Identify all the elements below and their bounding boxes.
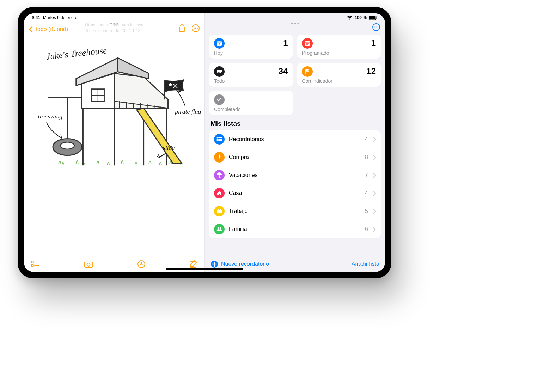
list-count: 6 [365,226,368,232]
treehouse-sketch-icon: Jake's Treehouse tire swing pirate flag … [28,39,201,178]
svg-point-67 [220,227,221,229]
more-button[interactable] [192,24,200,32]
smart-card-flagged[interactable]: 12 Con indicador [297,63,381,87]
svg-point-46 [376,27,377,28]
plus-circle-icon [210,260,218,268]
svg-point-45 [374,27,375,28]
svg-point-53 [306,43,307,44]
svg-point-6 [197,28,198,29]
ellipsis-circle-icon [372,23,380,31]
smart-card-all[interactable]: 34 Todo [209,63,293,87]
svg-point-55 [308,43,309,44]
svg-point-47 [377,27,378,28]
list-icon [216,137,222,141]
multitask-indicator[interactable] [110,23,118,24]
svg-point-29 [60,142,74,149]
svg-rect-65 [217,210,222,213]
calendar-today-icon: 9 [216,41,222,46]
add-list-label: Añadir lista [352,261,379,267]
home-indicator[interactable] [166,268,243,270]
chevron-left-icon [29,26,33,32]
chevron-right-icon [373,209,376,214]
list-label: Compra [229,154,361,160]
smart-label: Completado [214,106,288,112]
chevron-right-icon [373,155,376,160]
share-icon [178,24,185,32]
my-lists-header: Mis listas [210,120,379,128]
smart-count: 12 [366,66,376,76]
more-button[interactable] [372,23,380,32]
checklist-icon [31,261,39,268]
camera-icon [84,261,93,268]
carrot-icon [217,154,222,160]
chevron-right-icon [373,173,376,178]
my-lists-box: Recordatorios 4 Compra 8 [209,130,381,238]
pencil-tip-icon [138,260,145,268]
smart-card-completed[interactable]: Completado [209,91,293,115]
ellipsis-circle-icon [192,24,200,32]
multitask-indicator[interactable] [291,23,299,24]
reminders-content[interactable]: 9 1 Hoy 1 Prog [205,35,385,256]
svg-point-5 [195,28,196,29]
screen: 9:41 Martes 9 de enero 100 % Todo (iClou… [24,13,385,272]
list-item-compra[interactable]: Compra 8 [209,148,381,166]
svg-point-56 [306,44,307,45]
svg-text:Jake's Treehouse: Jake's Treehouse [46,45,108,62]
house-icon [216,190,222,196]
smart-card-scheduled[interactable]: 1 Programado [297,35,381,59]
smart-count: 34 [279,66,288,76]
flag-icon [305,69,310,74]
back-button[interactable]: Todo (iCloud) [29,26,68,32]
status-time: 9:41 [32,15,40,20]
list-label: Vacaciones [229,172,361,178]
tray-icon [216,69,222,74]
battery-icon [369,16,377,20]
checklist-button[interactable] [31,261,39,268]
camera-button[interactable] [84,261,93,268]
reminders-app-pane: 9 1 Hoy 1 Prog [204,13,385,272]
note-drawing-canvas[interactable]: Jake's Treehouse tire swing pirate flag … [24,35,204,256]
share-button[interactable] [178,24,185,32]
status-bar: 9:41 Martes 9 de enero 100 % [24,13,385,22]
umbrella-icon [216,172,222,178]
smart-lists-grid: 9 1 Hoy 1 Prog [209,35,381,115]
back-label: Todo (iCloud) [35,26,68,32]
svg-point-38 [31,264,33,267]
svg-point-57 [307,44,308,45]
list-item-trabajo[interactable]: Trabajo 5 [209,202,381,220]
svg-rect-1 [369,16,376,19]
smart-count: 1 [283,38,288,48]
compose-button[interactable] [190,260,197,268]
smart-card-today[interactable]: 9 1 Hoy [209,35,293,59]
ipad-frame: 9:41 Martes 9 de enero 100 % Todo (iClou… [18,7,391,278]
smart-count: 1 [371,38,376,48]
list-label: Casa [229,190,361,196]
add-list-button[interactable]: Añadir lista [352,261,379,267]
svg-text:9: 9 [219,43,220,46]
markup-button[interactable] [138,260,145,268]
svg-point-41 [87,263,90,266]
svg-text:pirate flag: pirate flag [174,108,201,115]
list-count: 8 [365,154,368,160]
status-date: Martes 9 de enero [43,15,77,20]
list-count: 4 [365,190,368,196]
list-label: Recordatorios [229,136,361,142]
list-item-recordatorios[interactable]: Recordatorios 4 [209,130,381,148]
list-item-casa[interactable]: Casa 4 [209,184,381,202]
svg-point-60 [217,139,218,140]
list-item-vacaciones[interactable]: Vacaciones 7 [209,166,381,184]
svg-point-36 [31,261,33,263]
chevron-right-icon [373,137,376,142]
svg-text:slide: slide [163,144,175,151]
svg-point-58 [217,137,218,139]
new-reminder-button[interactable]: Nuevo recordatorio [210,260,269,268]
people-icon [216,227,222,232]
list-label: Trabajo [229,208,361,214]
smart-label: Programado [302,50,376,56]
svg-point-4 [194,28,195,29]
list-item-familia[interactable]: Familia 6 [209,220,381,238]
smart-label: Todo [214,78,288,84]
chevron-right-icon [373,227,376,232]
svg-point-54 [307,43,308,44]
compose-icon [190,260,197,268]
